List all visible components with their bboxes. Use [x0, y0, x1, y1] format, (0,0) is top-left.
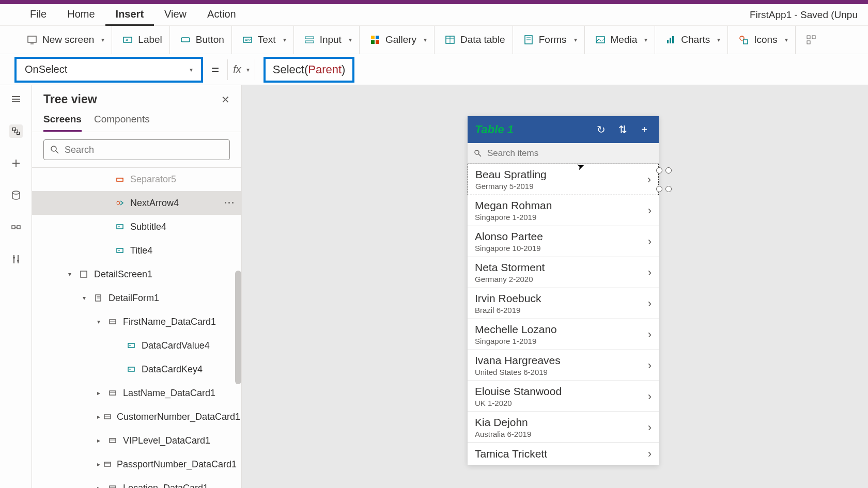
- tree-item-label: Location_DataCard1: [123, 483, 208, 489]
- forms-icon: [523, 35, 534, 45]
- chevron-right-icon[interactable]: ›: [648, 447, 652, 461]
- tree-item[interactable]: NextArrow4···: [32, 191, 241, 215]
- charts-button[interactable]: Charts ▾: [658, 26, 728, 54]
- more-button[interactable]: [799, 26, 824, 54]
- tab-components[interactable]: Components: [94, 114, 150, 132]
- card-icon: [107, 435, 118, 446]
- tab-screens[interactable]: Screens: [43, 114, 82, 132]
- canvas[interactable]: Table 1 ↻ ⇅ + Beau SpratlingGermany 5-20…: [242, 85, 868, 488]
- svg-rect-46: [117, 178, 123, 181]
- gallery-item[interactable]: Kia DejohnAustralia 6-2019›: [468, 412, 659, 443]
- menu-insert[interactable]: Insert: [105, 4, 154, 26]
- gallery-item[interactable]: Irvin RoebuckBrazil 6-2019›: [468, 288, 659, 319]
- chevron-right-icon[interactable]: ›: [648, 297, 652, 310]
- chevron-right-icon[interactable]: ›: [648, 359, 652, 372]
- svg-rect-4: [181, 38, 190, 42]
- sort-icon[interactable]: ⇅: [615, 123, 630, 136]
- tree-item[interactable]: ▾FirstName_DataCard1: [32, 310, 241, 334]
- new-screen-button[interactable]: New screen ▾: [20, 26, 112, 54]
- gallery-item[interactable]: Elouise StanwoodUK 1-2020›: [468, 381, 659, 412]
- icons-button[interactable]: Icons ▾: [731, 26, 795, 54]
- tree-item[interactable]: ▾DetailForm1: [32, 286, 241, 310]
- expand-icon[interactable]: ▸: [97, 437, 104, 444]
- forms-button[interactable]: Forms ▾: [516, 26, 585, 54]
- text-button[interactable]: Abc Text ▾: [235, 26, 294, 54]
- gallery-item[interactable]: Neta StormentGermany 2-2020›: [468, 257, 659, 288]
- menu-action[interactable]: Action: [197, 4, 246, 26]
- tree-item[interactable]: ▸CustomerNumber_DataCard1: [32, 405, 241, 429]
- tree-item-label: DataCardKey4: [142, 364, 203, 375]
- fx-button[interactable]: fx ▾: [227, 59, 255, 80]
- add-icon[interactable]: +: [637, 124, 652, 136]
- expand-icon[interactable]: ▾: [97, 318, 104, 325]
- chevron-right-icon[interactable]: ›: [648, 204, 652, 217]
- menu-home[interactable]: Home: [57, 4, 105, 26]
- expand-icon[interactable]: ▸: [97, 389, 104, 397]
- chevron-right-icon[interactable]: ›: [648, 421, 652, 434]
- gallery-item-subtitle: UK 1-2020: [475, 399, 648, 407]
- tree-search[interactable]: [43, 139, 230, 160]
- tree-item[interactable]: Title4: [32, 239, 241, 262]
- tree-item[interactable]: ▾DetailScreen1: [32, 262, 241, 286]
- expand-icon[interactable]: ▾: [68, 271, 75, 278]
- tree-item[interactable]: Subtitle4: [32, 215, 241, 239]
- chevron-right-icon[interactable]: ›: [648, 390, 652, 403]
- expand-icon[interactable]: ▸: [97, 413, 100, 420]
- label-button[interactable]: A Label: [115, 26, 170, 54]
- gallery-item[interactable]: Beau SpratlingGermany 5-2019›: [468, 164, 659, 195]
- refresh-icon[interactable]: ↻: [594, 123, 608, 136]
- svg-point-43: [17, 260, 19, 262]
- expand-icon[interactable]: ▸: [97, 461, 100, 468]
- gallery-item[interactable]: Alonso ParteeSingapore 10-2019›: [468, 226, 659, 257]
- expand-icon[interactable]: ▾: [83, 294, 90, 302]
- gallery-item[interactable]: Ivana HargreavesUnited States 6-2019›: [468, 350, 659, 381]
- chevron-right-icon[interactable]: ›: [648, 328, 652, 341]
- formula-input[interactable]: Select(Parent): [264, 57, 355, 83]
- button-button[interactable]: Button: [173, 26, 232, 54]
- menu-file[interactable]: File: [20, 4, 57, 26]
- gallery-item[interactable]: Mechelle LozanoSingapore 1-2019›: [468, 319, 659, 350]
- svg-rect-22: [672, 36, 674, 43]
- tree-view-title: Tree view: [43, 92, 97, 106]
- tree-item-label: FirstName_DataCard1: [123, 317, 216, 327]
- tree-search-input[interactable]: [65, 145, 223, 155]
- scrollbar-thumb[interactable]: [235, 271, 241, 384]
- media-button[interactable]: Media ▾: [588, 26, 656, 54]
- label-icon: [126, 340, 136, 351]
- gallery-item[interactable]: Megan RohmanSingapore 1-2019›: [468, 195, 659, 226]
- form-icon: [93, 293, 103, 303]
- add-icon[interactable]: [9, 156, 23, 170]
- tree-view-icon[interactable]: [9, 124, 23, 138]
- preview-search-input[interactable]: [487, 148, 653, 159]
- database-icon[interactable]: [9, 188, 23, 202]
- menu-view[interactable]: View: [154, 4, 197, 26]
- expand-icon[interactable]: ▸: [97, 484, 104, 488]
- gallery-item-subtitle: Australia 6-2019: [475, 430, 648, 438]
- svg-rect-32: [14, 130, 18, 133]
- svg-point-72: [475, 150, 479, 154]
- preview-search[interactable]: [468, 143, 659, 164]
- chevron-right-icon[interactable]: ›: [648, 266, 652, 279]
- tree-item[interactable]: DataCardValue4: [32, 334, 241, 357]
- tools-icon[interactable]: [9, 253, 23, 266]
- input-button[interactable]: Input ▾: [297, 26, 360, 54]
- tree-item[interactable]: DataCardKey4: [32, 357, 241, 381]
- tree-item[interactable]: Separator5: [32, 167, 241, 191]
- hamburger-icon[interactable]: [9, 92, 23, 106]
- formula-paren-close: ): [342, 63, 345, 76]
- gallery-item[interactable]: Tamica Trickett›: [468, 443, 659, 465]
- tree-item[interactable]: ▸PassportNumber_DataCard1: [32, 452, 241, 476]
- label-btn-label: Label: [138, 34, 162, 45]
- chevron-right-icon[interactable]: ›: [648, 235, 652, 248]
- screen-icon: [79, 269, 89, 279]
- tree-item[interactable]: ▸LastName_DataCard1: [32, 381, 241, 405]
- tree-item[interactable]: ▸Location_DataCard1: [32, 476, 241, 488]
- property-dropdown[interactable]: OnSelect ▾: [14, 57, 203, 83]
- gallery-button[interactable]: Gallery ▾: [363, 26, 435, 54]
- connector-icon[interactable]: [9, 221, 23, 234]
- data-table-button[interactable]: Data table: [438, 26, 513, 54]
- more-icon[interactable]: ···: [224, 198, 235, 209]
- close-icon[interactable]: ✕: [221, 93, 230, 106]
- chevron-right-icon[interactable]: ›: [647, 173, 651, 186]
- tree-item[interactable]: ▸VIPLevel_DataCard1: [32, 429, 241, 452]
